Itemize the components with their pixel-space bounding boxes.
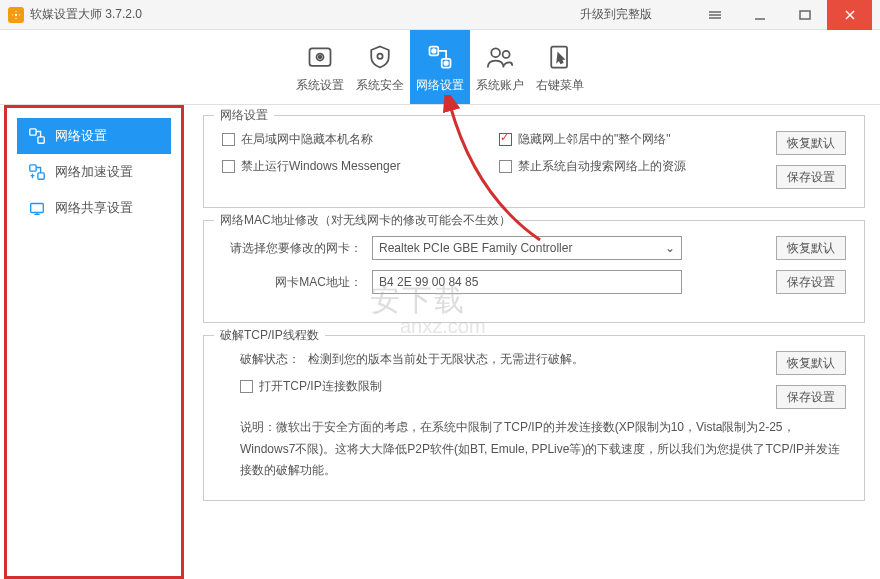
accel-icon bbox=[27, 162, 47, 182]
tab-label: 右键菜单 bbox=[536, 77, 584, 94]
svg-rect-21 bbox=[30, 165, 36, 171]
reset-button[interactable]: 恢复默认 bbox=[776, 236, 846, 260]
app-icon bbox=[8, 7, 24, 23]
tab-system-accounts[interactable]: 系统账户 bbox=[470, 30, 530, 104]
upgrade-link[interactable]: 升级到完整版 bbox=[580, 6, 652, 23]
svg-point-10 bbox=[319, 55, 322, 58]
sidebar-item-label: 网络加速设置 bbox=[55, 163, 133, 181]
tab-network-settings[interactable]: 网络设置 bbox=[410, 30, 470, 104]
tab-label: 系统安全 bbox=[356, 77, 404, 94]
minimize-button[interactable] bbox=[737, 0, 782, 30]
sidebar-item-label: 网络设置 bbox=[55, 127, 107, 145]
group-title: 网络设置 bbox=[214, 107, 274, 124]
reset-button[interactable]: 恢复默认 bbox=[776, 131, 846, 155]
chk-label: 隐藏网上邻居中的"整个网络" bbox=[518, 131, 671, 148]
sidebar: 网络设置 网络加速设置 网络共享设置 bbox=[4, 105, 184, 579]
group-mac-address: 网络MAC地址修改（对无线网卡的修改可能会不生效） 请选择您要修改的网卡： Re… bbox=[203, 220, 865, 323]
chevron-down-icon: ⌄ bbox=[665, 241, 675, 255]
svg-point-15 bbox=[444, 61, 448, 65]
status-value: 检测到您的版本当前处于无限状态，无需进行破解。 bbox=[308, 351, 584, 368]
svg-rect-23 bbox=[31, 204, 44, 213]
mac-label: 网卡MAC地址： bbox=[222, 274, 362, 291]
sidebar-item-network-settings[interactable]: 网络设置 bbox=[17, 118, 171, 154]
shield-icon bbox=[364, 41, 396, 73]
chk-tcpip-limit[interactable] bbox=[240, 380, 253, 393]
nic-select[interactable]: Realtek PCIe GBE Family Controller ⌄ bbox=[372, 236, 682, 260]
sidebar-item-label: 网络共享设置 bbox=[55, 199, 133, 217]
share-icon bbox=[27, 198, 47, 218]
nic-value: Realtek PCIe GBE Family Controller bbox=[379, 241, 572, 255]
group-tcpip: 破解TCP/IP线程数 破解状态： 检测到您的版本当前处于无限状态，无需进行破解… bbox=[203, 335, 865, 501]
description-text: 说明：微软出于安全方面的考虑，在系统中限制了TCP/IP的并发连接数(XP限制为… bbox=[222, 417, 846, 482]
nic-label: 请选择您要修改的网卡： bbox=[222, 240, 362, 257]
save-button[interactable]: 保存设置 bbox=[776, 165, 846, 189]
chk-label: 禁止系统自动搜索网络上的资源 bbox=[518, 158, 686, 175]
chk-label: 在局域网中隐藏本机名称 bbox=[241, 131, 373, 148]
group-network-settings: 网络设置 在局域网中隐藏本机名称 隐藏网上邻居中的"整个网络" 禁止运行Wind… bbox=[203, 115, 865, 208]
users-icon bbox=[484, 41, 516, 73]
menu-button[interactable] bbox=[692, 0, 737, 30]
reset-button[interactable]: 恢复默认 bbox=[776, 351, 846, 375]
network-icon bbox=[424, 41, 456, 73]
tab-label: 网络设置 bbox=[416, 77, 464, 94]
content-area: 网络设置 在局域网中隐藏本机名称 隐藏网上邻居中的"整个网络" 禁止运行Wind… bbox=[188, 105, 880, 579]
svg-point-16 bbox=[491, 48, 500, 57]
svg-rect-5 bbox=[800, 11, 810, 19]
maximize-button[interactable] bbox=[782, 0, 827, 30]
chk-disable-messenger[interactable] bbox=[222, 160, 235, 173]
tab-system-security[interactable]: 系统安全 bbox=[350, 30, 410, 104]
svg-point-14 bbox=[432, 49, 436, 53]
status-label: 破解状态： bbox=[240, 351, 300, 368]
svg-point-17 bbox=[503, 50, 510, 57]
svg-point-0 bbox=[15, 13, 18, 16]
sidebar-item-network-accel[interactable]: 网络加速设置 bbox=[17, 154, 171, 190]
tab-context-menu[interactable]: 右键菜单 bbox=[530, 30, 590, 104]
document-cursor-icon bbox=[544, 41, 576, 73]
tab-system-settings[interactable]: 系统设置 bbox=[290, 30, 350, 104]
gear-icon bbox=[304, 41, 336, 73]
group-title: 网络MAC地址修改（对无线网卡的修改可能会不生效） bbox=[214, 212, 517, 229]
group-title: 破解TCP/IP线程数 bbox=[214, 327, 325, 344]
svg-rect-20 bbox=[38, 137, 44, 143]
chk-hide-hostname[interactable] bbox=[222, 133, 235, 146]
top-tabs: 系统设置 系统安全 网络设置 系统账户 右键菜单 bbox=[0, 30, 880, 105]
save-button[interactable]: 保存设置 bbox=[776, 385, 846, 409]
mac-input[interactable]: B4 2E 99 00 84 85 bbox=[372, 270, 682, 294]
tab-label: 系统设置 bbox=[296, 77, 344, 94]
chk-disable-autosearch[interactable] bbox=[499, 160, 512, 173]
save-button[interactable]: 保存设置 bbox=[776, 270, 846, 294]
network-icon bbox=[27, 126, 47, 146]
chk-label: 禁止运行Windows Messenger bbox=[241, 158, 400, 175]
close-button[interactable] bbox=[827, 0, 872, 30]
app-title: 软媒设置大师 3.7.2.0 bbox=[30, 6, 580, 23]
svg-rect-19 bbox=[30, 129, 36, 135]
svg-point-11 bbox=[377, 53, 382, 58]
svg-rect-22 bbox=[38, 173, 44, 179]
chk-hide-network[interactable] bbox=[499, 133, 512, 146]
titlebar: 软媒设置大师 3.7.2.0 升级到完整版 bbox=[0, 0, 880, 30]
sidebar-item-network-share[interactable]: 网络共享设置 bbox=[17, 190, 171, 226]
chk-label: 打开TCP/IP连接数限制 bbox=[259, 378, 382, 395]
tab-label: 系统账户 bbox=[476, 77, 524, 94]
